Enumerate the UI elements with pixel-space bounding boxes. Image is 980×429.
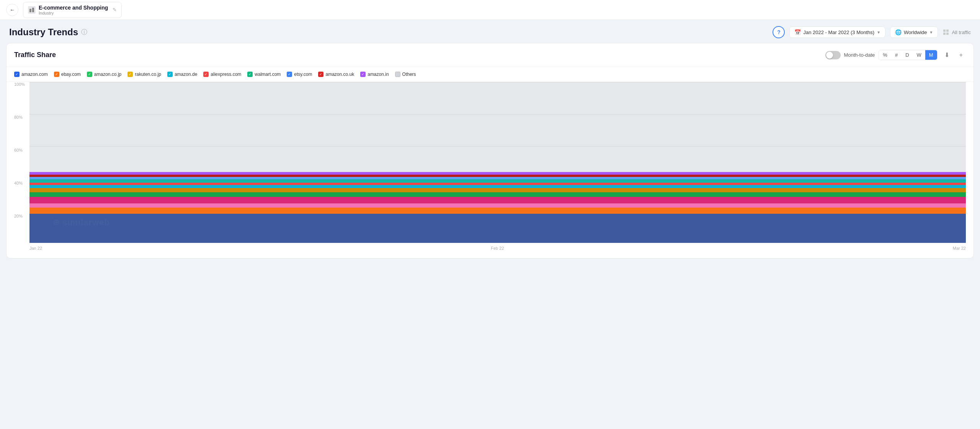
legend-item-amazon-jp[interactable]: ✓ amazon.co.jp <box>87 72 121 77</box>
y-label-80: 80% <box>14 115 25 120</box>
traffic-label: All traffic <box>942 29 971 36</box>
globe-icon: 🌐 <box>895 29 902 35</box>
percent-button[interactable]: % <box>879 50 891 60</box>
legend-item-rakuten[interactable]: ✓ rakuten.co.jp <box>127 72 161 77</box>
legend: ✓ amazon.com ✓ ebay.com ✓ amazon.co.jp ✓… <box>7 67 973 82</box>
legend-label-rakuten: rakuten.co.jp <box>135 72 161 77</box>
legend-label-amazon-uk: amazon.co.uk <box>325 72 354 77</box>
chevron-down-icon-region: ▼ <box>929 30 933 34</box>
legend-check-amazon-uk: ✓ <box>318 72 323 77</box>
view-mode-buttons: % # D W M <box>879 50 937 60</box>
page-title: Industry Trends <box>9 27 78 38</box>
legend-check-amazon-in: ✓ <box>360 72 366 77</box>
legend-check-amazon-de: ✓ <box>167 72 173 77</box>
back-icon: ← <box>10 7 15 13</box>
legend-check-walmart: ✓ <box>247 72 253 77</box>
legend-item-others[interactable]: Others <box>395 72 416 77</box>
legend-item-amazon-in[interactable]: ✓ amazon.in <box>360 72 389 77</box>
svg-rect-1 <box>32 8 34 12</box>
legend-label-amazon-in: amazon.in <box>368 72 389 77</box>
legend-check-rakuten: ✓ <box>127 72 133 77</box>
legend-check-amazon-jp: ✓ <box>87 72 92 77</box>
card-title: Traffic Share <box>14 51 56 59</box>
y-axis: 100% 80% 60% 40% 20% <box>14 82 25 247</box>
bar-rakuten <box>29 188 966 192</box>
legend-label-aliexpress: aliexpress.com <box>211 72 241 77</box>
add-icon[interactable]: + <box>956 50 966 61</box>
x-label-mar: Mar 22 <box>953 246 966 251</box>
main-card: Traffic Share Month-to-date % # D W M ⬇ … <box>6 43 974 259</box>
legend-item-amazon[interactable]: ✓ amazon.com <box>14 72 48 77</box>
bar-others <box>29 82 966 172</box>
legend-item-etsy[interactable]: ✓ etsy.com <box>287 72 312 77</box>
y-label-20: 20% <box>14 214 25 218</box>
legend-label-amazon: amazon.com <box>21 72 48 77</box>
x-axis: Jan 22 Feb 22 Mar 22 <box>29 243 966 251</box>
stacked-chart: ⊕ similarweb <box>29 82 966 243</box>
card-controls: Month-to-date % # D W M ⬇ + <box>825 49 966 61</box>
legend-label-amazon-jp: amazon.co.jp <box>94 72 121 77</box>
card-header: Traffic Share Month-to-date % # D W M ⬇ … <box>7 43 973 67</box>
daily-button[interactable]: D <box>902 50 913 60</box>
legend-label-walmart: walmart.com <box>255 72 281 77</box>
edit-icon[interactable]: ✎ <box>113 7 117 13</box>
legend-label-ebay: ebay.com <box>61 72 81 77</box>
svg-rect-4 <box>943 33 946 35</box>
legend-check-etsy: ✓ <box>287 72 292 77</box>
toggle-knob <box>826 52 833 59</box>
legend-check-ebay: ✓ <box>54 72 59 77</box>
legend-item-aliexpress[interactable]: ✓ aliexpress.com <box>203 72 241 77</box>
bar-amazon <box>29 214 966 243</box>
bar-amazon-jp <box>29 192 966 197</box>
download-icon[interactable]: ⬇ <box>941 49 952 61</box>
chart-area: 100% 80% 60% 40% 20% <box>7 82 973 258</box>
tab-pill[interactable]: E-commerce and Shopping Industry ✎ <box>23 2 122 18</box>
tab-icon <box>28 6 36 14</box>
date-range-label: Jan 2022 - Mar 2022 (3 Months) <box>803 29 874 35</box>
date-picker[interactable]: 📅 Jan 2022 - Mar 2022 (3 Months) ▼ <box>789 26 885 38</box>
svg-rect-0 <box>29 9 31 12</box>
bar-amazon-de <box>29 185 966 188</box>
legend-check-aliexpress: ✓ <box>203 72 209 77</box>
weekly-button[interactable]: W <box>913 50 925 60</box>
chevron-down-icon: ▼ <box>877 30 880 34</box>
stacked-bars <box>29 82 966 243</box>
legend-item-walmart[interactable]: ✓ walmart.com <box>247 72 281 77</box>
y-label-100: 100% <box>14 82 25 87</box>
legend-item-ebay[interactable]: ✓ ebay.com <box>54 72 81 77</box>
bar-walmart <box>29 179 966 182</box>
tab-title: E-commerce and Shopping <box>39 5 108 11</box>
toggle-label: Month-to-date <box>844 52 875 58</box>
y-label-60: 60% <box>14 148 25 152</box>
legend-check-others <box>395 72 400 77</box>
monthly-button[interactable]: M <box>925 50 937 60</box>
tab-subtitle: Industry <box>39 11 108 15</box>
svg-rect-2 <box>943 29 946 32</box>
hash-button[interactable]: # <box>891 50 902 60</box>
legend-label-etsy: etsy.com <box>294 72 312 77</box>
info-icon[interactable]: ⓘ <box>81 28 87 36</box>
chart-wrap: ⊕ similarweb <box>29 82 966 243</box>
region-label: Worldwide <box>904 29 927 35</box>
region-picker[interactable]: 🌐 Worldwide ▼ <box>890 26 938 38</box>
x-label-jan: Jan 22 <box>29 246 42 251</box>
header-controls: ? 📅 Jan 2022 - Mar 2022 (3 Months) ▼ 🌐 W… <box>773 26 971 38</box>
bar-ebay <box>29 208 966 214</box>
help-button[interactable]: ? <box>773 26 785 38</box>
traffic-icon <box>942 29 949 36</box>
legend-item-amazon-uk[interactable]: ✓ amazon.co.uk <box>318 72 354 77</box>
all-traffic-label: All traffic <box>952 29 971 35</box>
page-header: Industry Trends ⓘ ? 📅 Jan 2022 - Mar 202… <box>0 20 980 43</box>
bar-magenta <box>29 197 966 203</box>
tab-info: E-commerce and Shopping Industry <box>39 5 108 15</box>
legend-label-amazon-de: amazon.de <box>175 72 197 77</box>
bar-pink <box>29 203 966 208</box>
back-button[interactable]: ← <box>6 4 18 16</box>
x-label-feb: Feb 22 <box>491 246 504 251</box>
legend-label-others: Others <box>402 72 416 77</box>
toggle-wrap: Month-to-date <box>825 51 875 59</box>
calendar-icon: 📅 <box>794 29 801 35</box>
y-label-40: 40% <box>14 181 25 185</box>
month-to-date-toggle[interactable] <box>825 51 841 59</box>
legend-item-amazon-de[interactable]: ✓ amazon.de <box>167 72 197 77</box>
